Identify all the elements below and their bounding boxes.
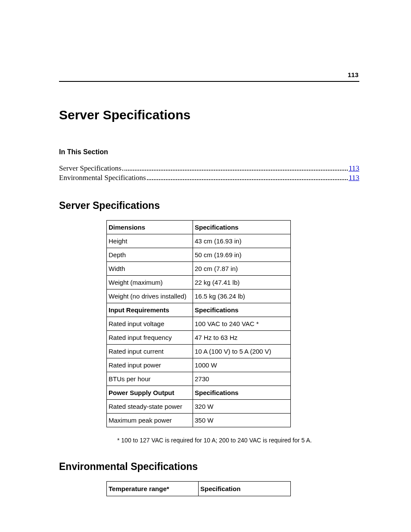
table-cell: Weight (no drives installed) — [107, 289, 193, 303]
toc-page-link[interactable]: 113 — [349, 173, 359, 183]
table-cell: 320 W — [193, 400, 291, 414]
table-row: Rated input power1000 W — [107, 358, 291, 372]
table-cell: 50 cm (19.69 in) — [193, 248, 291, 262]
table-cell: 100 VAC to 240 VAC * — [193, 317, 291, 331]
in-this-section-heading: In This Section — [59, 148, 359, 156]
table-row: Weight (no drives installed)16.5 kg (36.… — [107, 289, 291, 303]
table-cell: Rated input frequency — [107, 331, 193, 345]
page-number: 113 — [59, 71, 359, 78]
section-heading-env-specs: Environmental Specifications — [59, 461, 359, 473]
table-row: Power Supply OutputSpecifications — [107, 386, 291, 400]
table-header-cell: Specifications — [193, 386, 291, 400]
toc-leader — [147, 174, 348, 180]
toc-label: Server Specifications — [59, 164, 121, 173]
table-cell: 1000 W — [193, 358, 291, 372]
table-header-cell: Specifications — [193, 303, 291, 317]
table-cell: 47 Hz to 63 Hz — [193, 331, 291, 345]
table-cell: Width — [107, 262, 193, 276]
table-row: Input RequirementsSpecifications — [107, 303, 291, 317]
table-header-row: Temperature range* Specification — [107, 482, 291, 496]
table-row: Rated input frequency47 Hz to 63 Hz — [107, 331, 291, 345]
spec-footnote: * 100 to 127 VAC is required for 10 A; 2… — [117, 437, 359, 444]
table-row: BTUs per hour2730 — [107, 372, 291, 386]
table-header-cell: Specifications — [193, 221, 291, 234]
toc-row: Environmental Specifications 113 — [59, 173, 359, 183]
table-header-cell: Specification — [199, 482, 291, 496]
table-cell: Rated input current — [107, 345, 193, 358]
table-cell: 16.5 kg (36.24 lb) — [193, 289, 291, 303]
table-cell: Rated steady-state power — [107, 400, 193, 414]
toc-page-link[interactable]: 113 — [349, 164, 359, 173]
table-cell: 2730 — [193, 372, 291, 386]
table-row: DimensionsSpecifications — [107, 221, 291, 234]
table-cell: Height — [107, 234, 193, 248]
toc-label: Environmental Specifications — [59, 173, 146, 183]
table-row: Depth50 cm (19.69 in) — [107, 248, 291, 262]
table-row: Weight (maximum)22 kg (47.41 lb) — [107, 276, 291, 289]
table-cell: Rated input power — [107, 358, 193, 372]
toc-leader — [122, 165, 348, 171]
table-cell: Rated input voltage — [107, 317, 193, 331]
table-header-cell: Dimensions — [107, 221, 193, 234]
table-row: Rated steady-state power320 W — [107, 400, 291, 414]
table-cell: 350 W — [193, 414, 291, 427]
table-row: Rated input voltage100 VAC to 240 VAC * — [107, 317, 291, 331]
table-row: Width20 cm (7.87 in) — [107, 262, 291, 276]
table-header-cell: Temperature range* — [107, 482, 199, 496]
server-spec-table: DimensionsSpecificationsHeight43 cm (16.… — [106, 220, 291, 427]
table-cell: Depth — [107, 248, 193, 262]
table-header-cell: Input Requirements — [107, 303, 193, 317]
table-cell: 20 cm (7.87 in) — [193, 262, 291, 276]
table-row: Maximum peak power350 W — [107, 414, 291, 427]
table-cell: Maximum peak power — [107, 414, 193, 427]
toc: Server Specifications 113 Environmental … — [59, 164, 359, 183]
table-row: Rated input current10 A (100 V) to 5 A (… — [107, 345, 291, 358]
header-rule — [59, 81, 359, 82]
page-title: Server Specifications — [59, 108, 359, 122]
table-cell: 22 kg (47.41 lb) — [193, 276, 291, 289]
toc-row: Server Specifications 113 — [59, 164, 359, 173]
table-cell: BTUs per hour — [107, 372, 193, 386]
page-content: 113 Server Specifications In This Sectio… — [0, 0, 411, 496]
env-spec-table: Temperature range* Specification — [106, 481, 291, 496]
table-row: Height43 cm (16.93 in) — [107, 234, 291, 248]
table-header-cell: Power Supply Output — [107, 386, 193, 400]
table-cell: 10 A (100 V) to 5 A (200 V) — [193, 345, 291, 358]
section-heading-server-specs: Server Specifications — [59, 200, 359, 212]
table-cell: Weight (maximum) — [107, 276, 193, 289]
table-cell: 43 cm (16.93 in) — [193, 234, 291, 248]
